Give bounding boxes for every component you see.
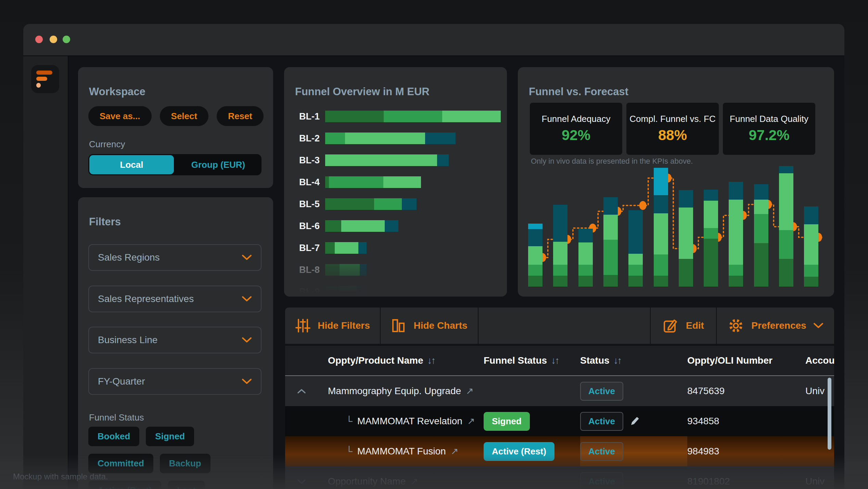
status-badge[interactable]: Active: [580, 442, 623, 461]
chip-signed[interactable]: Signed: [146, 427, 194, 446]
dropdown-business-line[interactable]: Business Line: [88, 327, 261, 353]
forecast-bar-segment: [804, 265, 818, 277]
funnel-bar: [325, 286, 363, 297]
table-row-mammomat-fusion[interactable]: └MAMMOMAT Fusion↗Active (Rest)Active9849…: [285, 436, 834, 466]
forecast-bar-segment: [679, 208, 693, 259]
row-chevron-up-icon[interactable]: [285, 376, 318, 406]
funnel-bar-row: BL-9: [284, 286, 507, 297]
preferences-button[interactable]: Preferences: [716, 308, 834, 344]
external-link-icon[interactable]: ↗: [410, 476, 418, 487]
oppty-name-cell[interactable]: └MAMMOMAT Fusion↗: [318, 436, 484, 466]
oppty-name-cell[interactable]: Opportunity Name↗: [318, 466, 484, 489]
kpi-value: 88%: [626, 127, 719, 143]
table-header-row: Oppty/Product Name↓↑Funnel Status↓↑Statu…: [285, 346, 834, 376]
funnel-bar-row: BL-6: [284, 220, 507, 232]
row-chevron-down-icon[interactable]: [285, 466, 318, 489]
table-row-mammography-equip-upgrade[interactable]: Mammography Equip. Upgrade↗Active8475639…: [285, 376, 834, 406]
forecast-bar-segment: [654, 168, 668, 195]
chip-booked[interactable]: Booked: [88, 427, 139, 446]
funnel-status-cell: Signed: [484, 406, 580, 436]
forecast-bar: [679, 190, 693, 287]
forecast-bar-segment: [578, 265, 593, 276]
oppty-name-cell[interactable]: Mammography Equip. Upgrade↗: [318, 376, 484, 406]
column-label: Oppty/Product Name: [328, 355, 423, 366]
chip-backup[interactable]: Backup: [160, 454, 210, 473]
status-badge[interactable]: Active: [580, 472, 623, 489]
save-as-button[interactable]: Save as...: [88, 106, 152, 126]
edit-button[interactable]: Edit: [650, 308, 716, 344]
forecast-bar: [729, 182, 743, 287]
forecast-bar: [804, 206, 818, 287]
kpi-label: Funnel Data Quality: [723, 114, 815, 124]
status-badge[interactable]: Active: [580, 382, 623, 401]
status-badge[interactable]: Active: [580, 412, 623, 431]
dropdown-sales-representatives[interactable]: Sales Representatives: [88, 286, 261, 312]
forecast-bar-segment: [628, 210, 643, 254]
dropdown-label: Sales Regions: [98, 252, 160, 263]
forecast-bar-segment: [704, 201, 718, 228]
forecast-bar-segment: [729, 276, 743, 287]
child-branch-icon: └: [346, 446, 353, 457]
forecast-chart: [528, 161, 819, 287]
forecast-bar-segment: [754, 243, 768, 287]
oppty-name: Mammography Equip. Upgrade: [328, 386, 461, 397]
chip-lost[interactable]: Lost: [168, 481, 205, 489]
forecast-bar-segment: [553, 265, 567, 276]
edit-status-icon[interactable]: [629, 416, 640, 426]
external-link-icon[interactable]: ↗: [467, 416, 475, 427]
currency-option-group-eur[interactable]: Group (EUR): [176, 155, 260, 174]
funnel-status-cell: Active (Rest): [484, 436, 580, 466]
footer-note: Mockup with sample data.: [13, 472, 108, 481]
forecast-bar: [754, 184, 768, 287]
table-row-mammomat-revelation[interactable]: └MAMMOMAT Revelation↗SignedActive934858: [285, 406, 834, 436]
status-cell: Active: [580, 406, 687, 436]
kpi-card-funnel-adequacy: Funnel Adequacy92%: [530, 103, 622, 155]
select-button[interactable]: Select: [160, 106, 209, 126]
oppty-name-cell[interactable]: └MAMMOMAT Revelation↗: [318, 406, 484, 436]
app-logo-icon[interactable]: [31, 65, 59, 93]
kpi-value: 92%: [530, 127, 622, 143]
column-header-oppty-product-name[interactable]: Oppty/Product Name↓↑: [318, 355, 484, 366]
forecast-bar-segment: [754, 214, 768, 243]
forecast-bar-segment: [779, 173, 793, 230]
minimize-window-icon[interactable]: [50, 36, 57, 43]
logo-bar: [36, 71, 52, 75]
funnel-bar-row: BL-8: [284, 264, 507, 276]
funnel-bar-segment: [374, 198, 402, 210]
oppty-name: Opportunity Name: [328, 476, 406, 487]
column-label: Status: [580, 355, 610, 366]
external-link-icon[interactable]: ↗: [466, 386, 474, 397]
column-header-funnel-status[interactable]: Funnel Status↓↑: [484, 355, 580, 366]
funnel-bar-segment: [325, 220, 341, 232]
funnel-bar: [325, 154, 449, 166]
dropdown-sales-regions[interactable]: Sales Regions: [88, 244, 261, 271]
table-scrollbar[interactable]: [828, 378, 831, 450]
chip-active-rest[interactable]: Active (Rest): [88, 481, 161, 489]
forecast-bar: [528, 224, 542, 287]
forecast-bar-segment: [654, 195, 668, 213]
status-cell: Active: [580, 376, 687, 406]
funnel-bar-row: BL-7: [284, 242, 507, 254]
forecast-bar-segment: [729, 265, 743, 276]
dropdown-fy-quarter[interactable]: FY-Quarter: [88, 368, 261, 395]
forecast-bar-segment: [603, 275, 618, 287]
column-header-status[interactable]: Status↓↑: [580, 355, 687, 366]
external-link-icon[interactable]: ↗: [451, 446, 459, 457]
table-row-opportunity-name[interactable]: Opportunity Name↗Active81901802Univ: [285, 466, 834, 489]
funnel-status-badge-signed[interactable]: Signed: [484, 412, 530, 431]
sort-icon[interactable]: ↓↑: [427, 355, 435, 366]
forecast-bar-segment: [553, 242, 567, 265]
chip-committed[interactable]: Committed: [88, 454, 153, 473]
sort-icon[interactable]: ↓↑: [614, 355, 621, 366]
funnel-status-badge-active-rest[interactable]: Active (Rest): [484, 442, 554, 461]
currency-option-local[interactable]: Local: [89, 155, 174, 174]
status-cell: Active: [580, 466, 687, 489]
hide-charts-button[interactable]: Hide Charts: [381, 308, 478, 344]
maximize-window-icon[interactable]: [63, 36, 70, 43]
forecast-bar-segment: [578, 276, 593, 287]
sort-icon[interactable]: ↓↑: [551, 355, 559, 366]
hide-filters-button[interactable]: Hide Filters: [285, 308, 381, 344]
close-window-icon[interactable]: [35, 36, 43, 43]
sliders-icon: [295, 318, 311, 334]
reset-button[interactable]: Reset: [217, 106, 264, 126]
